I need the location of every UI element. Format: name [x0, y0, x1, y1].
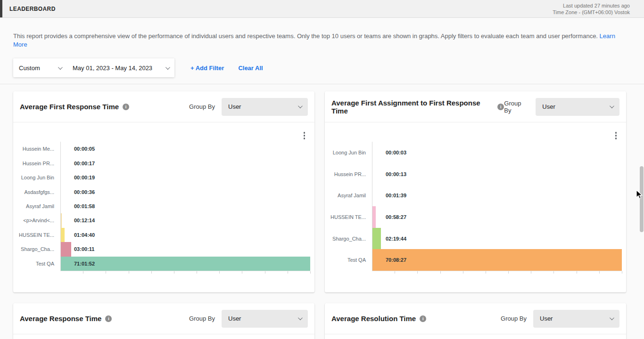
group-by-select[interactable]: User	[222, 310, 308, 328]
info-icon[interactable]: i	[420, 315, 426, 322]
axis-tick	[463, 271, 463, 274]
charts-grid: Average First Response Time i Group By U…	[13, 91, 631, 339]
card-title: Average Resolution Time	[331, 315, 416, 323]
group-by-value: User	[228, 315, 241, 322]
bar-value-label: 01:04:40	[74, 232, 95, 238]
axis-tick	[265, 271, 265, 274]
date-range-type-select[interactable]: Custom	[13, 58, 67, 77]
chart-row: 03:00:11	[61, 242, 310, 256]
category-label: Asyraf Jamil	[18, 199, 54, 213]
bar-value-label: 00:00:03	[386, 150, 406, 155]
bar-value-label: 71:01:52	[74, 261, 95, 266]
axis-tick	[395, 271, 395, 274]
section-divider	[0, 84, 644, 84]
bar-value-label: 00:01:58	[74, 203, 95, 209]
chart-average-response-time	[13, 334, 314, 339]
bar-value-label: 00:00:13	[386, 171, 406, 177]
bar[interactable]	[61, 257, 310, 271]
sidebar-edge	[0, 0, 2, 17]
axis-tick	[83, 271, 83, 274]
axis-tick	[219, 271, 220, 274]
chart-menu-kebab-icon[interactable]	[614, 130, 618, 141]
group-by-control: Group By User	[504, 98, 619, 116]
axis-tick	[106, 271, 106, 274]
group-by-select[interactable]: User	[533, 310, 619, 328]
group-by-select[interactable]: User	[536, 98, 619, 116]
axis-tick	[508, 271, 509, 274]
bar-value-label: 00:12:14	[74, 218, 95, 223]
date-range-type-value: Custom	[19, 65, 40, 72]
chart-row: 01:04:40	[61, 228, 310, 242]
group-by-select[interactable]: User	[222, 98, 308, 116]
category-label: HUSSEIN TE...	[18, 228, 54, 242]
chart-category-axis: Loong Jun BinHussein PR...Asyraf JamilHU…	[330, 142, 366, 271]
chart-plot-area: 00:00:0300:00:1300:01:3900:58:2702:19:44…	[372, 142, 622, 271]
info-icon[interactable]: i	[497, 104, 504, 110]
card-header: Average First Assignment to First Respon…	[325, 91, 626, 122]
axis-tick	[151, 271, 152, 274]
axis-tick	[129, 271, 129, 274]
group-by-label: Group By	[189, 103, 215, 110]
bar-value-label: 00:00:19	[74, 175, 95, 180]
axis-tick	[531, 271, 531, 274]
axis-tick	[599, 271, 600, 274]
chart-value-axis	[60, 271, 310, 274]
page-title: LEADERBOARD	[9, 6, 56, 12]
bar-value-label: 00:01:39	[386, 193, 406, 198]
bar[interactable]	[61, 228, 65, 242]
chevron-down-icon	[298, 104, 303, 108]
chevron-down-icon	[298, 315, 303, 320]
card-title: Average First Response Time	[20, 103, 119, 111]
category-label: Loong Jun Bin	[330, 142, 366, 163]
chart-row: 00:12:14	[61, 213, 310, 227]
group-by-control: Group By User	[189, 310, 308, 328]
category-label: Hussein Me...	[18, 142, 54, 156]
category-label: Hussein PR...	[330, 163, 366, 185]
date-range-select[interactable]: May 01, 2023 - May 14, 2023	[67, 58, 174, 77]
bar[interactable]	[372, 206, 376, 228]
card-header: Average First Response Time i Group By U…	[13, 91, 314, 122]
card-average-first-assignment-to-first-response-time: Average First Assignment to First Respon…	[325, 91, 626, 292]
chart-row: 00:00:36	[61, 185, 310, 199]
vertical-scrollbar-thumb[interactable]	[640, 166, 644, 232]
info-icon[interactable]: i	[123, 104, 129, 110]
report-content: This report provides a comprehensive vie…	[0, 32, 644, 339]
date-range-value: May 01, 2023 - May 14, 2023	[73, 65, 152, 72]
chevron-down-icon	[610, 104, 614, 108]
group-by-label: Group By	[504, 100, 529, 114]
clear-all-button[interactable]: Clear All	[238, 65, 263, 72]
chart-row: 00:00:03	[372, 142, 622, 163]
info-icon[interactable]: i	[105, 315, 112, 322]
category-label: Shargo_Cha...	[18, 242, 54, 256]
last-updated-text: Last updated 27 minutes ago	[553, 2, 630, 9]
chart-row: 00:00:19	[61, 170, 310, 185]
chevron-down-icon	[610, 315, 614, 320]
chart-menu-kebab-icon[interactable]	[303, 130, 306, 141]
add-filter-button[interactable]: + Add Filter	[190, 65, 224, 72]
category-label: Test QA	[18, 257, 54, 271]
category-label: Asdasfgfgs...	[18, 185, 54, 199]
chevron-down-icon	[58, 65, 63, 70]
card-average-resolution-time: Average Resolution Time i Group By User	[325, 303, 626, 339]
bar[interactable]	[61, 213, 62, 227]
category-label: Test QA	[330, 249, 366, 271]
chart-average-first-response-time: Hussein Me...Hussein PR...Loong Jun BinA…	[13, 122, 314, 292]
description-text: This report provides a comprehensive vie…	[13, 32, 598, 40]
axis-tick	[310, 271, 311, 274]
bar-value-label: 00:00:17	[74, 161, 95, 166]
chart-row: 00:00:17	[61, 156, 310, 170]
chart-row: 00:01:39	[372, 185, 622, 206]
bar[interactable]	[61, 242, 71, 256]
chart-row: 00:58:27	[372, 206, 622, 228]
bar[interactable]	[372, 249, 622, 271]
card-title: Average First Assignment to First Respon…	[331, 99, 494, 115]
category-label: Shargo_Cha...	[330, 228, 366, 250]
axis-tick	[440, 271, 441, 274]
chart-row: 00:00:13	[372, 163, 622, 185]
chart-row: 70:08:27	[372, 249, 622, 271]
top-app-bar: LEADERBOARD Last updated 27 minutes ago …	[0, 0, 644, 18]
bar[interactable]	[372, 228, 381, 250]
group-by-label: Group By	[501, 315, 527, 322]
chart-plot-area: 00:00:0500:00:1700:00:1900:00:3600:01:58…	[60, 142, 310, 271]
chart-row: 71:01:52	[61, 257, 310, 271]
